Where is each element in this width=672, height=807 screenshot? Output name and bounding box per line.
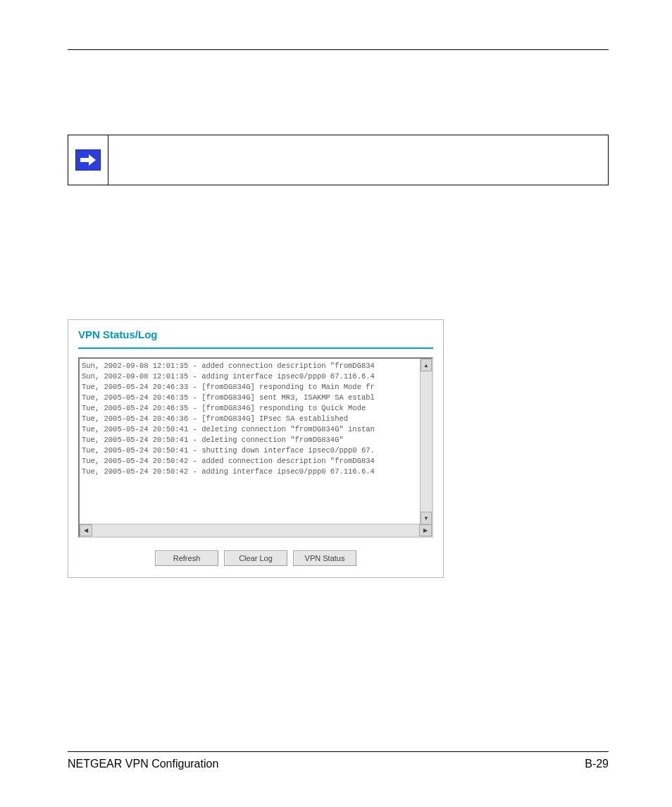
vpn-status-panel: VPN Status/Log Sun, 2002-09-08 12:01:35 … bbox=[68, 319, 444, 578]
button-row: Refresh Clear Log VPN Status bbox=[78, 550, 433, 566]
scroll-right-icon[interactable]: ▶ bbox=[419, 524, 432, 536]
footer-rule bbox=[68, 751, 609, 752]
log-line: Tue, 2005-05-24 20:46:36 - [fromDG834G] … bbox=[82, 414, 421, 424]
log-line: Tue, 2005-05-24 20:46:35 - [fromDG834G] … bbox=[82, 403, 421, 414]
note-box bbox=[68, 135, 609, 185]
log-line: Tue, 2005-05-24 20:46:33 - [fromDG834G] … bbox=[82, 382, 421, 393]
scroll-down-icon[interactable]: ▼ bbox=[421, 512, 432, 524]
clear-log-button[interactable]: Clear Log bbox=[224, 550, 287, 566]
log-line: Tue, 2005-05-24 20:50:41 - deleting conn… bbox=[82, 424, 421, 435]
top-rule bbox=[68, 49, 609, 50]
horizontal-scrollbar[interactable]: ◀ ▶ bbox=[80, 524, 432, 536]
log-line: Tue, 2005-05-24 20:50:41 - shutting down… bbox=[82, 445, 421, 456]
refresh-button[interactable]: Refresh bbox=[155, 550, 218, 566]
vertical-scrollbar[interactable]: ▲ ▼ bbox=[420, 359, 432, 524]
panel-divider bbox=[78, 347, 433, 349]
vpn-status-button[interactable]: VPN Status bbox=[293, 550, 356, 566]
scroll-up-icon[interactable]: ▲ bbox=[421, 359, 432, 371]
footer-right: B-29 bbox=[585, 758, 609, 770]
svg-marker-0 bbox=[80, 154, 96, 166]
note-icon-cell bbox=[68, 135, 108, 185]
log-box[interactable]: Sun, 2002-09-08 12:01:35 - added connect… bbox=[78, 357, 433, 538]
log-line: Tue, 2005-05-24 20:46:35 - [fromDG834G] … bbox=[82, 393, 421, 403]
log-line: Sun, 2002-09-08 12:01:35 - adding interf… bbox=[82, 371, 421, 382]
scroll-left-icon[interactable]: ◀ bbox=[80, 524, 92, 536]
arrow-right-icon bbox=[75, 149, 101, 171]
panel-title: VPN Status/Log bbox=[78, 328, 433, 340]
log-line: Sun, 2002-09-08 12:01:35 - added connect… bbox=[82, 361, 421, 371]
log-lines: Sun, 2002-09-08 12:01:35 - added connect… bbox=[80, 359, 432, 479]
note-body bbox=[108, 135, 608, 185]
footer-left: NETGEAR VPN Configuration bbox=[68, 758, 218, 770]
log-line: Tue, 2005-05-24 20:50:41 - deleting conn… bbox=[82, 435, 421, 445]
log-line: Tue, 2005-05-24 20:50:42 - added connect… bbox=[82, 456, 421, 467]
page-footer: NETGEAR VPN Configuration B-29 bbox=[68, 751, 609, 770]
log-line: Tue, 2005-05-24 20:50:42 - adding interf… bbox=[82, 467, 421, 477]
